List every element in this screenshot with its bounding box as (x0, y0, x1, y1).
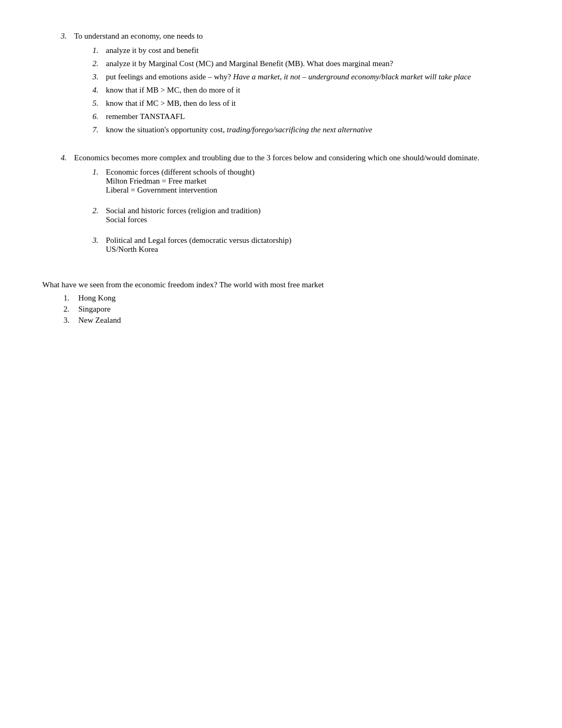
inner-item-3-3: 3. put feelings and emotions aside – why… (74, 72, 520, 81)
list-text-1: Hong Kong (78, 294, 115, 303)
list-item-3: 3. New Zealand (64, 316, 520, 325)
inner-content-3-1: analyze it by cost and benefit (106, 46, 520, 55)
inner-content-4-1: Economic forces (different schools of th… (106, 168, 520, 195)
inner-num-3-7: 7. (74, 125, 106, 134)
outer-item-4: 4. Economics becomes more complex and tr… (42, 153, 520, 266)
inner-content-4-3: Political and Legal forces (democratic v… (106, 236, 520, 254)
outer-text-3: To understand an economy, one needs to (74, 32, 520, 41)
list-num-1: 1. (64, 294, 78, 303)
list-text-2: Singapore (78, 305, 111, 314)
inner-item-4-2: 2. Social and historic forces (religion … (74, 206, 520, 224)
free-market-list: 1. Hong Kong 2. Singapore 3. New Zealand (64, 294, 520, 325)
inner-num-4-3: 3. (74, 236, 106, 254)
inner-num-3-1: 1. (74, 46, 106, 55)
list-num-2: 2. (64, 305, 78, 314)
inner-item-3-4: 4. know that if MB > MC, then do more of… (74, 86, 520, 95)
inner-content-3-5: know that if MC > MB, then do less of it (106, 99, 520, 108)
inner-list-3: 1. analyze it by cost and benefit 2. ana… (74, 46, 520, 134)
outer-num-4: 4. (42, 153, 74, 266)
outer-content-3: To understand an economy, one needs to 1… (74, 32, 520, 139)
outer-content-4: Economics becomes more complex and troub… (74, 153, 520, 266)
outer-item-3: 3. To understand an economy, one needs t… (42, 32, 520, 139)
bottom-section: What have we seen from the economic free… (42, 280, 520, 325)
inner-num-3-3: 3. (74, 72, 106, 81)
list-item-1: 1. Hong Kong (64, 294, 520, 303)
inner-content-3-4: know that if MB > MC, then do more of it (106, 86, 520, 95)
page-content: 3. To understand an economy, one needs t… (0, 0, 562, 359)
inner-item-3-7: 7. know the situation's opportunity cost… (74, 125, 520, 134)
inner-num-4-1: 1. (74, 168, 106, 195)
bottom-intro-text: What have we seen from the economic free… (42, 280, 520, 289)
list-text-3: New Zealand (78, 316, 121, 325)
inner-content-3-7: know the situation's opportunity cost, t… (106, 125, 520, 134)
inner-num-3-4: 4. (74, 86, 106, 95)
inner-num-3-6: 6. (74, 112, 106, 121)
inner-num-3-5: 5. (74, 99, 106, 108)
inner-item-3-5: 5. know that if MC > MB, then do less of… (74, 99, 520, 108)
inner-num-4-2: 2. (74, 206, 106, 224)
inner-item-3-2: 2. analyze it by Marginal Cost (MC) and … (74, 59, 520, 68)
inner-list-4: 1. Economic forces (different schools of… (74, 168, 520, 254)
inner-num-3-2: 2. (74, 59, 106, 68)
inner-content-3-3: put feelings and emotions aside – why? H… (106, 72, 520, 81)
inner-item-3-6: 6. remember TANSTAAFL (74, 112, 520, 121)
outer-num-3: 3. (42, 32, 74, 139)
inner-content-3-2: analyze it by Marginal Cost (MC) and Mar… (106, 59, 520, 68)
list-num-3: 3. (64, 316, 78, 325)
list-item-2: 2. Singapore (64, 305, 520, 314)
inner-content-3-6: remember TANSTAAFL (106, 112, 520, 121)
inner-item-3-1: 1. analyze it by cost and benefit (74, 46, 520, 55)
inner-content-4-2: Social and historic forces (religion and… (106, 206, 520, 224)
inner-item-4-3: 3. Political and Legal forces (democrati… (74, 236, 520, 254)
inner-item-4-1: 1. Economic forces (different schools of… (74, 168, 520, 195)
outer-text-4: Economics becomes more complex and troub… (74, 153, 520, 162)
